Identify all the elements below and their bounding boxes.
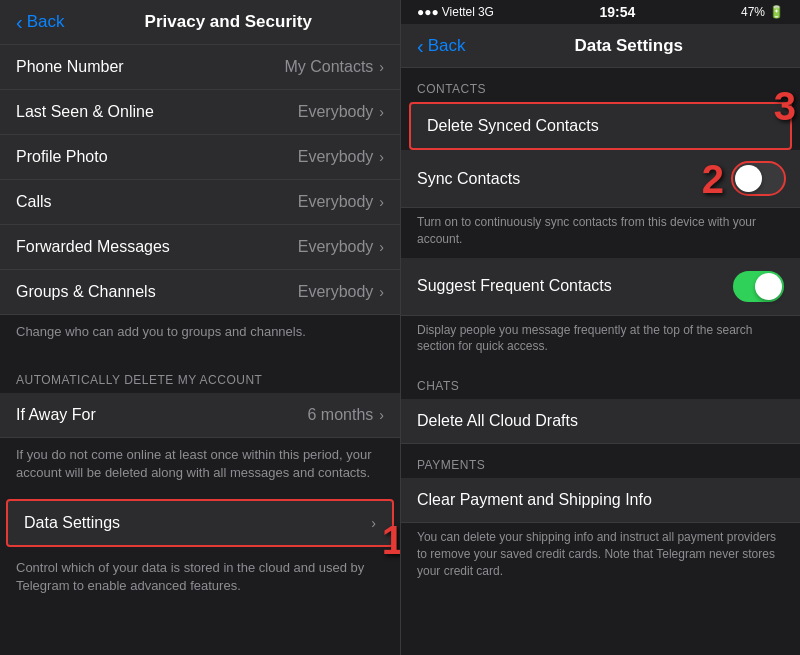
profile-photo-chevron-icon: ›	[379, 149, 384, 165]
sync-contacts-toggle[interactable]	[733, 163, 784, 194]
groups-channels-label: Groups & Channels	[16, 283, 156, 301]
last-seen-item[interactable]: Last Seen & Online Everybody ›	[0, 90, 400, 135]
network-label: 3G	[478, 5, 494, 19]
suggest-frequent-contacts-item[interactable]: Suggest Frequent Contacts	[401, 258, 800, 316]
right-panel: ●●● Viettel 3G 19:54 47% 🔋 ‹ Back Data S…	[400, 0, 800, 655]
left-back-chevron-icon: ‹	[16, 12, 23, 32]
right-back-chevron-icon: ‹	[417, 36, 424, 56]
badge-1: 1	[382, 518, 400, 563]
payments-section-header: PAYMENTS	[401, 444, 800, 478]
groups-channels-value-row: Everybody ›	[298, 283, 384, 301]
phone-number-value-row: My Contacts ›	[284, 58, 384, 76]
delete-synced-contacts-item[interactable]: Delete Synced Contacts	[409, 102, 792, 150]
delete-cloud-drafts-label: Delete All Cloud Drafts	[417, 412, 578, 430]
last-seen-value: Everybody	[298, 103, 374, 121]
left-back-label: Back	[27, 12, 65, 32]
data-settings-note: Control which of your data is stored in …	[0, 551, 400, 607]
if-away-value: 6 months	[308, 406, 374, 424]
suggest-frequent-contacts-toggle[interactable]	[733, 271, 784, 302]
phone-number-value: My Contacts	[284, 58, 373, 76]
groups-channels-value: Everybody	[298, 283, 374, 301]
data-settings-chevron-icon: ›	[371, 515, 376, 531]
contacts-section-header: CONTACTS	[401, 68, 800, 102]
right-panel-title: Data Settings	[473, 36, 784, 56]
right-scroll-area: CONTACTS Delete Synced Contacts 3 Sync C…	[401, 68, 800, 655]
clear-payment-item[interactable]: Clear Payment and Shipping Info	[401, 478, 800, 523]
calls-item[interactable]: Calls Everybody ›	[0, 180, 400, 225]
suggest-frequent-contacts-label: Suggest Frequent Contacts	[417, 277, 612, 295]
profile-photo-value-row: Everybody ›	[298, 148, 384, 166]
calls-chevron-icon: ›	[379, 194, 384, 210]
sync-contacts-label: Sync Contacts	[417, 170, 520, 188]
groups-note: Change who can add you to groups and cha…	[0, 315, 400, 353]
badge-2: 2	[702, 157, 724, 202]
forwarded-messages-label: Forwarded Messages	[16, 238, 170, 256]
data-settings-label: Data Settings	[24, 514, 120, 532]
sync-contacts-toggle-thumb	[735, 165, 762, 192]
delete-synced-contacts-label: Delete Synced Contacts	[427, 117, 599, 135]
right-back-label: Back	[428, 36, 466, 56]
phone-number-item[interactable]: Phone Number My Contacts ›	[0, 45, 400, 90]
carrier-label: Viettel	[442, 5, 475, 19]
if-away-item[interactable]: If Away For 6 months ›	[0, 393, 400, 438]
data-settings-value-row: ›	[371, 515, 376, 531]
profile-photo-label: Profile Photo	[16, 148, 108, 166]
if-away-chevron-icon: ›	[379, 407, 384, 423]
left-header: ‹ Back Privacy and Security	[0, 0, 400, 45]
forwarded-messages-chevron-icon: ›	[379, 239, 384, 255]
signal-icon: ●●●	[417, 5, 439, 19]
suggest-description: Display people you message frequently at…	[401, 316, 800, 366]
left-scroll-area: Phone Number My Contacts › Last Seen & O…	[0, 45, 400, 655]
chats-section-header: CHATS	[401, 365, 800, 399]
suggest-frequent-toggle-thumb	[755, 273, 782, 300]
badge-3: 3	[774, 84, 796, 129]
if-away-label: If Away For	[16, 406, 96, 424]
delete-cloud-drafts-item[interactable]: Delete All Cloud Drafts	[401, 399, 800, 444]
left-panel-title: Privacy and Security	[72, 12, 384, 32]
profile-photo-value: Everybody	[298, 148, 374, 166]
forwarded-messages-item[interactable]: Forwarded Messages Everybody ›	[0, 225, 400, 270]
sync-contacts-description: Turn on to continuously sync contacts fr…	[401, 208, 800, 258]
calls-value-row: Everybody ›	[298, 193, 384, 211]
last-seen-label: Last Seen & Online	[16, 103, 154, 121]
calls-value: Everybody	[298, 193, 374, 211]
auto-delete-note: If you do not come online at least once …	[0, 438, 400, 494]
phone-number-chevron-icon: ›	[379, 59, 384, 75]
status-left: ●●● Viettel 3G	[417, 5, 494, 19]
forwarded-messages-value: Everybody	[298, 238, 374, 256]
right-header: ‹ Back Data Settings	[401, 24, 800, 68]
battery-label: 47%	[741, 5, 765, 19]
groups-channels-chevron-icon: ›	[379, 284, 384, 300]
clear-payment-label: Clear Payment and Shipping Info	[417, 491, 652, 509]
auto-delete-header: AUTOMATICALLY DELETE MY ACCOUNT	[0, 353, 400, 393]
calls-label: Calls	[16, 193, 52, 211]
time-label: 19:54	[600, 4, 636, 20]
profile-photo-item[interactable]: Profile Photo Everybody ›	[0, 135, 400, 180]
clear-payment-description: You can delete your shipping info and in…	[401, 523, 800, 589]
left-panel: ‹ Back Privacy and Security Phone Number…	[0, 0, 400, 655]
battery-icon: 🔋	[769, 5, 784, 19]
status-bar: ●●● Viettel 3G 19:54 47% 🔋	[401, 0, 800, 24]
left-back-button[interactable]: ‹ Back	[16, 12, 64, 32]
if-away-value-row: 6 months ›	[308, 406, 384, 424]
sync-contacts-item[interactable]: Sync Contacts 2	[401, 150, 800, 208]
last-seen-value-row: Everybody ›	[298, 103, 384, 121]
right-back-button[interactable]: ‹ Back	[417, 36, 465, 56]
data-settings-item[interactable]: Data Settings ›	[6, 499, 394, 547]
forwarded-messages-value-row: Everybody ›	[298, 238, 384, 256]
status-right: 47% 🔋	[741, 5, 784, 19]
groups-channels-item[interactable]: Groups & Channels Everybody ›	[0, 270, 400, 315]
last-seen-chevron-icon: ›	[379, 104, 384, 120]
phone-number-label: Phone Number	[16, 58, 124, 76]
